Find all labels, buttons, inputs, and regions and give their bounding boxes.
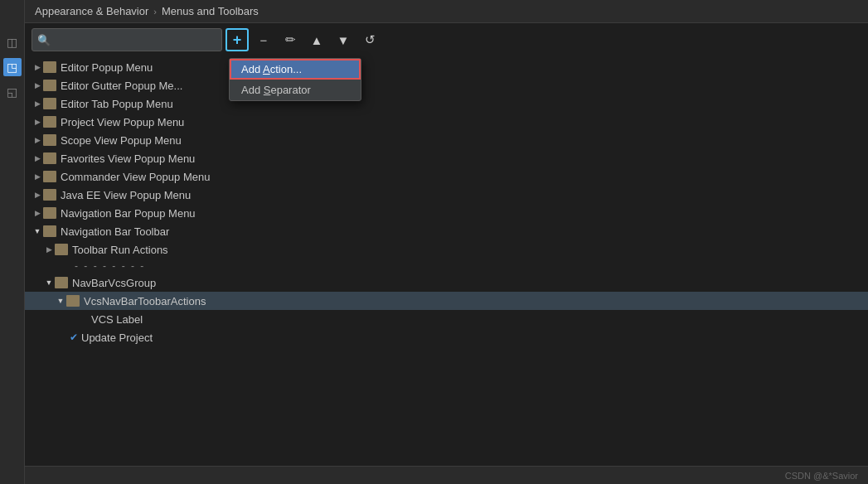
folder-icon [55,277,68,288]
tree-row[interactable]: ▶ Editor Popup Menu [25,58,868,76]
tree-arrow: ▶ [32,99,43,108]
tree-label: Scope View Popup Menu [61,134,182,147]
tree-arrow: ▶ [32,172,43,181]
reset-button[interactable]: ↺ [358,28,381,51]
tree-arrow: ▼ [55,297,66,305]
move-up-button[interactable]: ▲ [305,28,328,51]
tree-row[interactable]: ▼ NavBarVcsGroup [25,273,868,292]
tree-arrow: ▶ [32,191,43,199]
tree-label: Navigation Bar Popup Menu [61,207,196,220]
add-separator-item[interactable]: Add Separator [230,80,361,100]
tree-arrow: ▼ [43,278,55,287]
tree-label: Java EE View Popup Menu [61,189,191,201]
tree-area: ▶ Editor Popup Menu ▶ Editor Gutter Popu… [25,56,868,466]
tree-arrow: ▶ [32,118,43,126]
bottom-bar: CSDN @&*Savior [25,466,868,484]
folder-icon [43,225,56,237]
tree-arrow: ▶ [32,136,43,144]
folder-icon [55,244,68,255]
sidebar: ◫ ◳ ◱ [0,0,25,484]
remove-button[interactable]: − [252,28,275,51]
sidebar-icon-2[interactable]: ◳ [3,58,22,76]
tree-row[interactable]: VCS Label [25,310,868,328]
search-icon: 🔍 [37,34,51,46]
tree-separator: - - - - - - - - [25,259,868,273]
breadcrumb-separator: › [153,7,157,17]
search-box[interactable]: 🔍 [32,28,222,51]
tree-label: Editor Tab Popup Menu [61,98,173,110]
attribution-text: CSDN @&*Savior [785,471,858,481]
tree-label: Update Project [81,332,153,344]
tree-label: Commander View Popup Menu [61,171,210,183]
tree-arrow: ▶ [32,81,43,90]
tree-row[interactable]: ▼ Navigation Bar Toolbar [25,222,868,240]
tree-row[interactable]: ▶ Editor Tab Popup Menu [25,94,868,113]
tree-arrow: ▶ [43,245,55,254]
tree-label: VCS Label [91,313,143,326]
folder-icon [43,61,56,73]
add-action-item[interactable]: Add Action... [230,59,361,80]
tree-row[interactable]: ▶ Commander View Popup Menu [25,167,868,186]
tree-arrow: ▶ [32,63,43,71]
checkmark-icon: ✔ [70,332,78,343]
search-input[interactable] [54,34,216,46]
tree-row-selected[interactable]: ▼ VcsNavBarToobarActions [25,292,868,310]
tree-row[interactable]: ▶ Navigation Bar Popup Menu [25,204,868,222]
tree-row[interactable]: ▶ Java EE View Popup Menu [25,186,868,204]
tree-row[interactable]: ▶ Project View Popup Menu [25,113,868,131]
edit-button[interactable]: ✏ [279,28,302,51]
tree-label: Project View Popup Menu [61,116,184,128]
folder-icon [43,134,56,146]
folder-icon [43,152,56,164]
tree-arrow: ▶ [32,209,43,217]
add-button[interactable]: + [225,28,249,51]
move-down-button[interactable]: ▼ [332,28,355,51]
tree-row[interactable]: ✔ Update Project [25,328,868,346]
tree-label: NavBarVcsGroup [72,277,156,289]
folder-icon [43,207,56,219]
folder-icon [43,80,56,91]
tree-label: VcsNavBarToobarActions [84,295,206,307]
main-content: Appearance & Behavior › Menus and Toolba… [25,0,868,484]
folder-icon [43,171,56,182]
folder-icon [66,295,80,307]
breadcrumb: Appearance & Behavior › Menus and Toolba… [25,0,868,23]
tree-label: Editor Popup Menu [61,61,153,74]
tree-row[interactable]: ▶ Toolbar Run Actions [25,240,868,259]
tree-label: Editor Gutter Popup Me... [61,80,182,92]
folder-icon [43,98,56,109]
tree-label: Favorites View Popup Menu [61,152,195,165]
toolbar: 🔍 + − ✏ ▲ ▼ ↺ Add Action... Add Separato… [25,23,868,56]
tree-label: Navigation Bar Toolbar [61,225,169,238]
sidebar-icon-1[interactable]: ◫ [3,33,22,51]
add-dropdown-menu: Add Action... Add Separator [229,58,361,101]
tree-row[interactable]: ▶ Scope View Popup Menu [25,131,868,149]
folder-icon [43,116,56,128]
tree-arrow: ▼ [32,227,43,235]
tree-row[interactable]: ▶ Editor Gutter Popup Me... [25,76,868,94]
tree-label: Toolbar Run Actions [72,244,168,256]
breadcrumb-current: Menus and Toolbars [162,5,259,17]
tree-arrow: ▶ [32,154,43,162]
folder-icon [43,189,56,201]
breadcrumb-parent: Appearance & Behavior [35,5,148,17]
tree-row[interactable]: ▶ Favorites View Popup Menu [25,149,868,167]
sidebar-icon-3[interactable]: ◱ [3,83,22,101]
